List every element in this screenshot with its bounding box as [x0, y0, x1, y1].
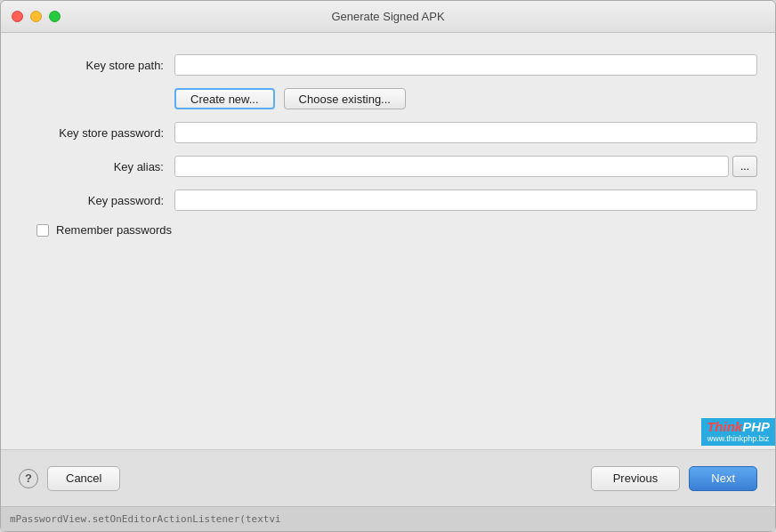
window-title: Generate Signed APK [331, 10, 444, 23]
key-alias-row: Key alias: ... [19, 156, 757, 177]
close-button[interactable] [12, 11, 23, 22]
bottom-strip: mPasswordView.setOnEditorActionListener(… [1, 506, 775, 531]
titlebar: Generate Signed APK [1, 1, 775, 33]
footer-right: Previous Next [591, 466, 757, 491]
key-store-password-input[interactable] [174, 122, 757, 143]
content-area: Key store path: Create new... Choose exi… [1, 33, 775, 531]
help-button[interactable]: ? [19, 469, 38, 488]
browse-button[interactable]: ... [732, 156, 757, 177]
key-password-label: Key password: [19, 194, 174, 207]
spacer [19, 237, 757, 449]
key-alias-input[interactable] [174, 156, 729, 177]
cancel-button[interactable]: Cancel [47, 466, 120, 491]
titlebar-buttons [12, 11, 61, 22]
next-button[interactable]: Next [689, 466, 757, 491]
key-password-input[interactable] [174, 189, 757, 211]
minimize-button[interactable] [30, 11, 42, 22]
keystore-buttons-row: Create new... Choose existing... [174, 88, 757, 109]
bottom-code-text: mPasswordView.setOnEditorActionListener(… [10, 513, 281, 525]
remember-passwords-label: Remember passwords [56, 223, 172, 237]
maximize-button[interactable] [49, 11, 61, 22]
key-store-path-row: Key store path: [19, 54, 757, 76]
footer-left: ? Cancel [19, 466, 120, 491]
footer: ? Cancel Previous Next ThinkPHP www.thin… [1, 449, 775, 506]
key-store-password-row: Key store password: [19, 122, 757, 143]
key-store-path-input[interactable] [174, 54, 757, 76]
create-new-button[interactable]: Create new... [174, 88, 275, 109]
main-window: Generate Signed APK Key store path: Crea… [0, 0, 776, 532]
key-password-row: Key password: [19, 189, 757, 211]
remember-passwords-row: Remember passwords [36, 223, 757, 237]
previous-button[interactable]: Previous [591, 466, 681, 491]
key-store-password-label: Key store password: [19, 126, 174, 140]
form-content: Key store path: Create new... Choose exi… [1, 33, 775, 449]
key-store-path-label: Key store path: [19, 59, 174, 72]
remember-passwords-checkbox[interactable] [36, 224, 49, 237]
choose-existing-button[interactable]: Choose existing... [284, 88, 406, 109]
key-alias-label: Key alias: [19, 160, 174, 173]
